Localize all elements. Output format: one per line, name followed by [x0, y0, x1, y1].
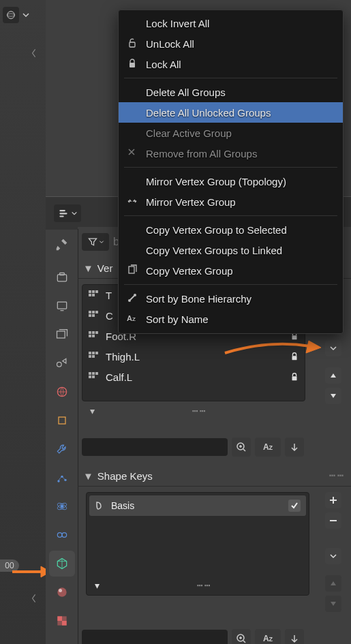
svg-rect-47 — [89, 352, 91, 354]
collapse-toggle-bottom[interactable] — [31, 593, 37, 604]
move-down-button[interactable] — [325, 388, 341, 404]
menu-sort-name[interactable]: AZ Sort by Name — [119, 309, 343, 329]
svg-rect-39 — [92, 314, 95, 317]
list-item-label: C — [106, 310, 113, 322]
minus-icon — [329, 516, 338, 525]
menu-clear-active[interactable]: Clear Active Group — [119, 123, 343, 143]
lock-icon — [127, 58, 139, 70]
disclosure-triangle-icon[interactable]: ▾ — [90, 405, 95, 416]
move-up-button[interactable] — [325, 367, 341, 384]
tab-physics[interactable] — [49, 493, 75, 519]
svg-rect-51 — [92, 355, 95, 358]
tab-particles[interactable] — [49, 465, 75, 491]
filter-search-button[interactable] — [232, 438, 251, 457]
tab-constraints[interactable] — [49, 522, 75, 548]
filter-reverse-button[interactable] — [285, 438, 304, 457]
menu-copy-to-selected[interactable]: Copy Vertex Group to Selected — [119, 219, 343, 240]
svg-rect-50 — [89, 355, 91, 358]
shape-keys-filter-row: AZ — [82, 626, 304, 644]
menu-delete-all[interactable]: Delete All Groups — [119, 82, 343, 102]
tab-render[interactable] — [49, 264, 75, 290]
shape-keys-side-buttons — [325, 492, 343, 616]
shape-keys-header[interactable]: ▼ Shape Keys ┅┅ — [78, 465, 351, 487]
menu-mirror-topology[interactable]: Mirror Vertex Group (Topology) — [119, 171, 343, 191]
triangle-up-icon — [329, 579, 337, 587]
bone-icon — [127, 292, 139, 305]
svg-rect-27 — [57, 616, 62, 621]
filter-search-button[interactable] — [232, 629, 251, 644]
datablock-selector[interactable] — [82, 233, 109, 251]
triangle-up-icon — [329, 371, 337, 380]
filter-input[interactable] — [82, 438, 228, 456]
move-up-button[interactable] — [325, 575, 341, 592]
list-footer: ▾ ┅┅ — [82, 401, 304, 420]
filter-input[interactable] — [82, 630, 228, 644]
list-item-label: Calf.L — [106, 371, 132, 383]
list-item[interactable]: Basis — [89, 495, 306, 516]
tab-texture[interactable] — [49, 608, 75, 634]
filter-sort-button[interactable]: AZ — [255, 629, 281, 644]
list-item[interactable]: Calf.L — [82, 367, 305, 387]
menu-delete-unlocked[interactable]: Delete All Unlocked Groups — [119, 102, 343, 123]
tab-world[interactable] — [49, 379, 75, 405]
tab-output[interactable] — [49, 293, 75, 319]
svg-rect-44 — [89, 335, 91, 337]
chevron-left-icon — [31, 48, 37, 59]
svg-rect-38 — [89, 314, 91, 317]
editor-type-selector[interactable] — [54, 204, 81, 222]
disclosure-triangle-icon: ▼ — [83, 262, 93, 274]
collapse-toggle-top[interactable] — [31, 48, 37, 59]
chevron-down-icon — [329, 551, 338, 561]
shape-keys-list[interactable]: Basis ▾ ┅┅ — [86, 492, 309, 596]
svg-point-1 — [7, 14, 15, 16]
properties-tabs — [46, 229, 78, 644]
mute-toggle[interactable] — [288, 500, 301, 512]
svg-rect-64 — [129, 42, 135, 47]
svg-rect-49 — [95, 352, 98, 354]
svg-rect-15 — [59, 417, 65, 424]
vertex-group-icon — [88, 331, 99, 341]
chevron-down-icon — [71, 210, 78, 217]
copy-icon — [127, 264, 139, 277]
menu-remove-from-all[interactable]: Remove from All Groups — [119, 143, 343, 164]
material-icon — [55, 585, 69, 599]
menu-mirror[interactable]: Mirror Vertex Group — [119, 191, 343, 212]
tab-modifiers[interactable] — [49, 436, 75, 462]
annotation-arrow-right — [222, 333, 324, 360]
disclosure-triangle-icon[interactable]: ▾ — [95, 580, 100, 591]
add-button[interactable] — [325, 492, 341, 508]
specials-menu-button[interactable] — [325, 340, 341, 356]
mode-selector[interactable] — [3, 7, 19, 23]
mode-dropdown[interactable] — [19, 7, 33, 23]
lock-icon[interactable] — [290, 372, 299, 382]
svg-rect-33 — [92, 294, 95, 296]
menu-lock-invert[interactable]: Lock Invert All — [119, 13, 343, 33]
menu-sort-bone[interactable]: Sort by Bone Hierarchy — [119, 288, 343, 309]
tab-object[interactable] — [49, 408, 75, 433]
arrow-down-icon — [290, 634, 299, 643]
svg-rect-54 — [92, 372, 95, 375]
tab-viewlayer[interactable] — [49, 322, 75, 348]
filter-reverse-button[interactable] — [285, 629, 304, 644]
tab-scene[interactable] — [49, 350, 75, 376]
menu-unlock-all[interactable]: UnLock All — [119, 33, 343, 54]
menu-separator — [124, 215, 337, 216]
move-down-button[interactable] — [325, 596, 341, 612]
tab-data[interactable] — [49, 551, 75, 577]
svg-rect-58 — [292, 376, 297, 380]
menu-copy-to-linked[interactable]: Copy Vertex Groups to Linked — [119, 240, 343, 260]
sphere-icon — [5, 10, 16, 20]
svg-rect-5 — [59, 213, 67, 214]
specials-menu-button[interactable] — [325, 548, 341, 564]
camera-back-icon — [55, 271, 69, 284]
svg-rect-9 — [57, 275, 66, 281]
triangle-down-icon — [329, 392, 337, 400]
remove-button[interactable] — [325, 512, 341, 529]
shape-keys-panel: Basis ▾ ┅┅ — [82, 492, 347, 623]
tab-material[interactable] — [49, 579, 75, 605]
menu-lock-all[interactable]: Lock All — [119, 54, 343, 74]
svg-rect-48 — [92, 352, 95, 354]
svg-point-0 — [7, 12, 15, 19]
filter-sort-button[interactable]: AZ — [255, 438, 281, 457]
menu-copy[interactable]: Copy Vertex Group — [119, 260, 343, 281]
